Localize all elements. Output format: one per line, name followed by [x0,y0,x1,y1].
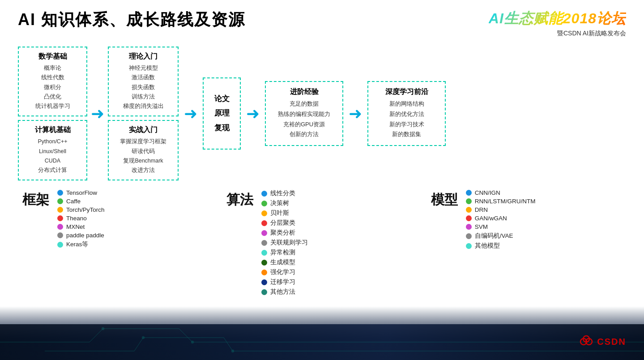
legend-item: Caffe [57,198,105,205]
legend-dot [261,210,267,216]
bottom-legends: 框架 TensorFlow Caffe Torch/PyTorch Theano… [18,187,626,298]
frameworks-title: 框架 [22,189,49,209]
csdn-logo: CSDN [579,334,626,349]
legend-dot [466,233,472,239]
legend-label: 生成模型 [270,258,295,266]
legend-item: GAN/wGAN [466,215,536,222]
theory-col: 理论入门 神经元模型激活函数损失函数训练方法梯度的消失溢出 实战入门 掌握深度学… [108,47,179,180]
computer-items: Python/C++Linux/ShellCUDA分布式计算 [26,137,80,175]
legend-item: 关联规则学习 [261,239,308,247]
legend-label: 其他方法 [270,288,295,296]
arrow-1: ➜ [87,47,108,180]
box-computer: 计算机基础 Python/C++Linux/ShellCUDA分布式计算 [18,120,87,180]
legend-item: paddle paddle [57,232,105,239]
box-theory: 理论入门 神经元模型激活函数损失函数训练方法梯度的消失溢出 [108,47,179,116]
legend-label: 贝叶斯 [270,209,289,217]
legend-dot [261,201,267,206]
legend-dot [466,190,472,196]
legend-item: 自编码机/VAE [466,232,536,240]
arrow-3: ➜ [241,47,265,180]
legend-item: CNN/IGN [466,189,536,196]
top-diagram: 数学基础 概率论线性代数微积分凸优化统计机器学习 计算机基础 Python/C+… [18,47,626,180]
legend-label: Torch/PyTorch [66,206,105,213]
page-title: AI 知识体系、成长路线及资源 [18,9,245,31]
logo-sub: 暨CSDN AI新战略发布会 [489,30,626,38]
paper-col: 论文原理复现 [203,47,241,180]
paper-box: 论文原理复现 [203,77,241,150]
legend-dot [466,207,472,213]
arrow-symbol-2: ➜ [184,106,197,122]
box-math: 数学基础 概率论线性代数微积分凸优化统计机器学习 [18,47,87,116]
legend-label: SVM [475,223,488,230]
legend-dot [261,289,267,295]
legend-dot [466,215,472,221]
legend-label: DRN [475,206,488,213]
legend-label: 关联规则学习 [270,239,308,247]
legend-label: Theano [66,215,87,222]
deep-box: 深度学习前沿 新的网络结构新的优化方法新的学习技术新的数据集 [367,81,446,146]
legend-dot [466,198,472,204]
legend-item: DRN [466,206,536,213]
advanced-col: 进阶经验 充足的数据熟练的编程实现能力充裕的GPU资源创新的方法 [265,47,343,180]
legend-dot [57,215,63,221]
legend-dot [57,207,63,213]
csdn-text: CSDN [597,337,626,347]
deep-items: 新的网络结构新的优化方法新的学习技术新的数据集 [375,99,438,140]
legend-dot [261,220,267,226]
legend-dot [57,198,63,204]
legend-item: 贝叶斯 [261,209,308,217]
legend-label: paddle paddle [66,232,104,239]
legend-item: 其他模型 [466,242,536,250]
algorithms-legend: 算法 线性分类 决策树 贝叶斯 分层聚类 聚类分析 关联规则学习 [218,189,422,298]
models-legend: 模型 CNN/IGN RNN/LSTM/GRU/NTM DRN GAN/wGAN… [422,189,626,252]
math-items: 概率论线性代数微积分凸优化统计机器学习 [26,64,80,111]
legend-item: 聚类分析 [261,229,308,237]
legend-dot [261,279,267,285]
legend-dot [57,224,63,230]
arrow-symbol-1: ➜ [91,106,104,122]
practice-title: 实战入门 [115,125,171,135]
logo-main: AI生态赋能2018论坛 [489,9,626,29]
legend-dot [261,270,267,275]
legend-item: SVM [466,223,536,230]
header: AI 知识体系、成长路线及资源 AI生态赋能2018论坛 暨CSDN AI新战略… [18,9,626,38]
legend-label: CNN/IGN [475,189,500,196]
algorithms-list: 线性分类 决策树 贝叶斯 分层聚类 聚类分析 关联规则学习 异常检测 [261,189,308,298]
legend-item: 生成模型 [261,258,308,266]
advanced-title: 进阶经验 [273,87,336,97]
frameworks-list: TensorFlow Caffe Torch/PyTorch Theano MX… [57,189,105,250]
arrow-symbol-4: ➜ [349,106,362,122]
left-col: 数学基础 概率论线性代数微积分凸优化统计机器学习 计算机基础 Python/C+… [18,47,87,180]
algorithms-title: 算法 [226,189,253,209]
advanced-items: 充足的数据熟练的编程实现能力充裕的GPU资源创新的方法 [273,99,336,140]
legend-label: RNN/LSTM/GRU/NTM [475,198,536,205]
legend-item: Torch/PyTorch [57,206,105,213]
legend-dot [261,240,267,246]
legend-item: 异常检测 [261,249,308,257]
legend-label: 分层聚类 [270,219,295,227]
models-list: CNN/IGN RNN/LSTM/GRU/NTM DRN GAN/wGAN SV… [466,189,536,252]
legend-dot [261,230,267,236]
legend-label: GAN/wGAN [475,215,507,222]
math-title: 数学基础 [26,52,80,61]
legend-item: 其他方法 [261,288,308,296]
legend-label: MXNet [66,223,85,230]
main-container: AI 知识体系、成长路线及资源 AI生态赋能2018论坛 暨CSDN AI新战略… [0,0,644,360]
arrow-2: ➜ [179,47,203,180]
deep-col: 深度学习前沿 新的网络结构新的优化方法新的学习技术新的数据集 [367,47,446,180]
frameworks-legend: 框架 TensorFlow Caffe Torch/PyTorch Theano… [18,189,218,250]
advanced-box: 进阶经验 充足的数据熟练的编程实现能力充裕的GPU资源创新的方法 [265,81,343,146]
legend-label: Caffe [66,198,81,205]
legend-item: TensorFlow [57,189,105,196]
legend-dot [261,260,267,266]
logo-area: AI生态赋能2018论坛 暨CSDN AI新战略发布会 [489,9,626,38]
legend-item: 强化学习 [261,268,308,276]
legend-dot [261,191,267,197]
legend-label: 迁移学习 [270,278,295,286]
legend-item: 线性分类 [261,189,308,197]
legend-item: Keras等 [57,240,105,249]
legend-item: 决策树 [261,199,308,207]
legend-label: TensorFlow [66,189,97,196]
legend-label: 异常检测 [270,249,295,257]
legend-label: 其他模型 [475,242,500,250]
